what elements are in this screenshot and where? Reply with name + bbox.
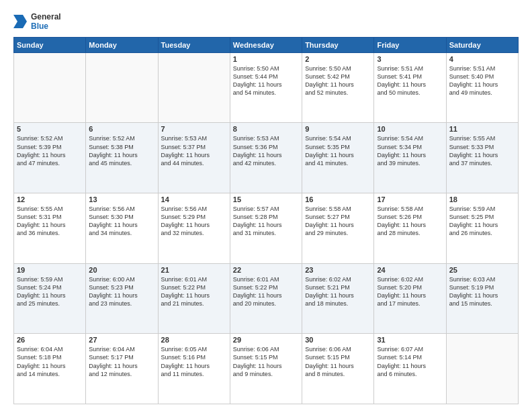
calendar-cell: 22Sunrise: 6:01 AM Sunset: 5:22 PM Dayli… bbox=[230, 263, 302, 334]
day-number: 21 bbox=[161, 266, 227, 274]
calendar-cell: 25Sunrise: 6:03 AM Sunset: 5:19 PM Dayli… bbox=[446, 263, 518, 334]
weekday-header-tuesday: Tuesday bbox=[158, 37, 230, 52]
calendar-cell: 23Sunrise: 6:02 AM Sunset: 5:21 PM Dayli… bbox=[302, 263, 374, 334]
day-number: 5 bbox=[17, 125, 83, 133]
day-number: 15 bbox=[233, 195, 299, 203]
day-number: 3 bbox=[377, 55, 443, 63]
calendar-cell bbox=[158, 52, 230, 123]
calendar-cell: 28Sunrise: 6:05 AM Sunset: 5:16 PM Dayli… bbox=[158, 334, 230, 404]
weekday-header-friday: Friday bbox=[374, 37, 446, 52]
weekday-header-thursday: Thursday bbox=[302, 37, 374, 52]
calendar-cell: 9Sunrise: 5:54 AM Sunset: 5:35 PM Daylig… bbox=[302, 123, 374, 193]
calendar-cell: 2Sunrise: 5:50 AM Sunset: 5:42 PM Daylig… bbox=[302, 52, 374, 123]
day-number: 9 bbox=[305, 125, 371, 133]
day-info: Sunrise: 5:58 AM Sunset: 5:27 PM Dayligh… bbox=[305, 205, 371, 238]
day-number: 10 bbox=[377, 125, 443, 133]
calendar-cell: 5Sunrise: 5:52 AM Sunset: 5:39 PM Daylig… bbox=[14, 123, 86, 193]
day-info: Sunrise: 5:52 AM Sunset: 5:39 PM Dayligh… bbox=[17, 134, 83, 167]
calendar-cell: 10Sunrise: 5:54 AM Sunset: 5:34 PM Dayli… bbox=[374, 123, 446, 193]
calendar-cell: 27Sunrise: 6:04 AM Sunset: 5:17 PM Dayli… bbox=[86, 334, 158, 404]
day-number: 20 bbox=[89, 266, 154, 274]
day-info: Sunrise: 6:04 AM Sunset: 5:18 PM Dayligh… bbox=[17, 345, 83, 378]
calendar-cell: 12Sunrise: 5:55 AM Sunset: 5:31 PM Dayli… bbox=[14, 193, 86, 264]
calendar-cell: 31Sunrise: 6:07 AM Sunset: 5:14 PM Dayli… bbox=[374, 334, 446, 404]
day-info: Sunrise: 6:03 AM Sunset: 5:19 PM Dayligh… bbox=[449, 275, 515, 308]
calendar-cell: 30Sunrise: 6:06 AM Sunset: 5:15 PM Dayli… bbox=[302, 334, 374, 404]
day-info: Sunrise: 6:01 AM Sunset: 5:22 PM Dayligh… bbox=[233, 275, 299, 308]
day-info: Sunrise: 5:59 AM Sunset: 5:24 PM Dayligh… bbox=[17, 275, 83, 308]
day-info: Sunrise: 6:06 AM Sunset: 5:15 PM Dayligh… bbox=[305, 345, 371, 378]
day-info: Sunrise: 6:05 AM Sunset: 5:16 PM Dayligh… bbox=[161, 345, 227, 378]
calendar-cell: 21Sunrise: 6:01 AM Sunset: 5:22 PM Dayli… bbox=[158, 263, 230, 334]
day-number: 6 bbox=[89, 125, 154, 133]
day-info: Sunrise: 5:55 AM Sunset: 5:31 PM Dayligh… bbox=[17, 205, 83, 238]
day-number: 28 bbox=[161, 336, 227, 344]
logo-shape-icon bbox=[13, 15, 27, 28]
day-info: Sunrise: 5:53 AM Sunset: 5:36 PM Dayligh… bbox=[233, 134, 299, 167]
day-number: 4 bbox=[449, 55, 515, 63]
day-info: Sunrise: 5:50 AM Sunset: 5:44 PM Dayligh… bbox=[233, 64, 299, 97]
day-number: 23 bbox=[305, 266, 371, 274]
day-info: Sunrise: 6:04 AM Sunset: 5:17 PM Dayligh… bbox=[89, 345, 154, 378]
svg-marker-0 bbox=[13, 15, 27, 28]
day-number: 22 bbox=[233, 266, 299, 274]
day-number: 24 bbox=[377, 266, 443, 274]
day-number: 12 bbox=[17, 195, 83, 203]
day-number: 25 bbox=[449, 266, 515, 274]
calendar-cell: 14Sunrise: 5:56 AM Sunset: 5:29 PM Dayli… bbox=[158, 193, 230, 264]
calendar-cell: 20Sunrise: 6:00 AM Sunset: 5:23 PM Dayli… bbox=[86, 263, 158, 334]
day-number: 26 bbox=[17, 336, 83, 344]
week-row-5: 26Sunrise: 6:04 AM Sunset: 5:18 PM Dayli… bbox=[14, 334, 519, 404]
day-number: 8 bbox=[233, 125, 299, 133]
day-info: Sunrise: 6:06 AM Sunset: 5:15 PM Dayligh… bbox=[233, 345, 299, 378]
day-info: Sunrise: 6:07 AM Sunset: 5:14 PM Dayligh… bbox=[377, 345, 443, 378]
day-number: 17 bbox=[377, 195, 443, 203]
day-info: Sunrise: 5:50 AM Sunset: 5:42 PM Dayligh… bbox=[305, 64, 371, 97]
day-info: Sunrise: 6:02 AM Sunset: 5:21 PM Dayligh… bbox=[305, 275, 371, 308]
day-number: 19 bbox=[17, 266, 83, 274]
calendar-table: SundayMondayTuesdayWednesdayThursdayFrid… bbox=[13, 37, 519, 404]
weekday-header-wednesday: Wednesday bbox=[230, 37, 302, 52]
calendar-cell: 16Sunrise: 5:58 AM Sunset: 5:27 PM Dayli… bbox=[302, 193, 374, 264]
day-number: 27 bbox=[89, 336, 154, 344]
calendar-cell: 17Sunrise: 5:58 AM Sunset: 5:26 PM Dayli… bbox=[374, 193, 446, 264]
week-row-2: 5Sunrise: 5:52 AM Sunset: 5:39 PM Daylig… bbox=[14, 123, 519, 193]
day-info: Sunrise: 5:55 AM Sunset: 5:33 PM Dayligh… bbox=[449, 134, 515, 167]
week-row-4: 19Sunrise: 5:59 AM Sunset: 5:24 PM Dayli… bbox=[14, 263, 519, 334]
calendar-cell bbox=[446, 334, 518, 404]
calendar-cell: 19Sunrise: 5:59 AM Sunset: 5:24 PM Dayli… bbox=[14, 263, 86, 334]
calendar-cell: 15Sunrise: 5:57 AM Sunset: 5:28 PM Dayli… bbox=[230, 193, 302, 264]
day-number: 13 bbox=[89, 195, 154, 203]
day-number: 14 bbox=[161, 195, 227, 203]
weekday-header-row: SundayMondayTuesdayWednesdayThursdayFrid… bbox=[14, 37, 519, 52]
calendar-cell: 7Sunrise: 5:53 AM Sunset: 5:37 PM Daylig… bbox=[158, 123, 230, 193]
calendar-cell: 11Sunrise: 5:55 AM Sunset: 5:33 PM Dayli… bbox=[446, 123, 518, 193]
calendar-cell bbox=[86, 52, 158, 123]
day-info: Sunrise: 5:51 AM Sunset: 5:40 PM Dayligh… bbox=[449, 64, 515, 97]
day-number: 1 bbox=[233, 55, 299, 63]
day-info: Sunrise: 5:51 AM Sunset: 5:41 PM Dayligh… bbox=[377, 64, 443, 97]
day-number: 11 bbox=[449, 125, 515, 133]
calendar-cell: 8Sunrise: 5:53 AM Sunset: 5:36 PM Daylig… bbox=[230, 123, 302, 193]
calendar-cell: 26Sunrise: 6:04 AM Sunset: 5:18 PM Dayli… bbox=[14, 334, 86, 404]
day-number: 29 bbox=[233, 336, 299, 344]
day-info: Sunrise: 5:57 AM Sunset: 5:28 PM Dayligh… bbox=[233, 205, 299, 238]
day-info: Sunrise: 5:54 AM Sunset: 5:34 PM Dayligh… bbox=[377, 134, 443, 167]
week-row-1: 1Sunrise: 5:50 AM Sunset: 5:44 PM Daylig… bbox=[14, 52, 519, 123]
calendar-cell: 24Sunrise: 6:02 AM Sunset: 5:20 PM Dayli… bbox=[374, 263, 446, 334]
day-number: 18 bbox=[449, 195, 515, 203]
weekday-header-saturday: Saturday bbox=[446, 37, 518, 52]
day-info: Sunrise: 5:56 AM Sunset: 5:30 PM Dayligh… bbox=[89, 205, 154, 238]
day-info: Sunrise: 6:00 AM Sunset: 5:23 PM Dayligh… bbox=[89, 275, 154, 308]
day-number: 30 bbox=[305, 336, 371, 344]
calendar-cell: 1Sunrise: 5:50 AM Sunset: 5:44 PM Daylig… bbox=[230, 52, 302, 123]
day-number: 7 bbox=[161, 125, 227, 133]
calendar-cell: 3Sunrise: 5:51 AM Sunset: 5:41 PM Daylig… bbox=[374, 52, 446, 123]
day-info: Sunrise: 6:02 AM Sunset: 5:20 PM Dayligh… bbox=[377, 275, 443, 308]
day-info: Sunrise: 5:59 AM Sunset: 5:25 PM Dayligh… bbox=[449, 205, 515, 238]
calendar-cell: 4Sunrise: 5:51 AM Sunset: 5:40 PM Daylig… bbox=[446, 52, 518, 123]
weekday-header-sunday: Sunday bbox=[14, 37, 86, 52]
day-info: Sunrise: 5:52 AM Sunset: 5:38 PM Dayligh… bbox=[89, 134, 154, 167]
day-info: Sunrise: 5:53 AM Sunset: 5:37 PM Dayligh… bbox=[161, 134, 227, 167]
calendar-cell bbox=[14, 52, 86, 123]
